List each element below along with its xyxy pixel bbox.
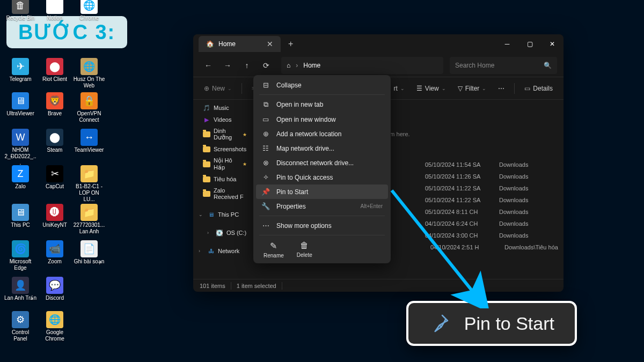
context-item[interactable]: 🔧PropertiesAlt+Enter — [256, 199, 388, 213]
desktop-icon[interactable]: 📄Ghi bài soạn — [73, 240, 105, 265]
plus-icon: ⊕ — [204, 85, 209, 92]
search-placeholder: Search Home — [455, 62, 494, 69]
sidebar-item[interactable]: Dinh Dưỡng★ — [193, 125, 252, 143]
desktop-icon[interactable]: 🗑Recycle Bin — [4, 0, 36, 21]
desktop-icon[interactable]: 🌐Husz On The Web — [73, 58, 105, 89]
maximize-button[interactable]: ▢ — [518, 34, 541, 54]
search-input[interactable]: Search Home 🔍 — [450, 57, 557, 74]
desktop-icon[interactable]: 📁227720301... Lan Anh — [73, 204, 105, 235]
sidebar-item[interactable]: Tiêu hóa — [193, 173, 252, 185]
filter-icon: ▽ — [458, 85, 463, 92]
filter-button[interactable]: ▽Filter⌄ — [453, 83, 491, 94]
desktop-icon[interactable]: 🅤UniKeyNT — [39, 204, 71, 228]
context-action[interactable]: ✎Rename — [264, 241, 284, 258]
desktop-icon[interactable]: ↔TeamViewer — [73, 129, 105, 153]
desktop-icon[interactable]: ✂CapCut — [39, 165, 71, 190]
context-item[interactable]: ⊟Collapse — [256, 78, 388, 92]
forward-button[interactable]: → — [219, 57, 236, 74]
desktop-icon[interactable]: ⚙Control Panel — [4, 311, 36, 342]
desktop-icon[interactable]: 🔒OpenVPN Connect — [73, 92, 105, 123]
sidebar-item[interactable]: Zalo Received F — [193, 185, 252, 202]
sort-button[interactable]: rt⌄ — [390, 83, 409, 94]
desktop-icon[interactable]: 📁B1-B2-C1 - LOP ON LU... — [73, 165, 105, 203]
nav-bar: ← → ↑ ⟳ ⌂ › Home Search Home 🔍 — [193, 54, 564, 77]
sidebar-item[interactable]: ▶Videos — [193, 114, 252, 125]
home-icon: 🏠 — [206, 40, 214, 48]
context-item[interactable]: ⊗Disconnect network drive... — [256, 156, 388, 170]
tree-item[interactable]: ›🖧Network — [193, 245, 252, 257]
sidebar: 🎵Music▶VideosDinh Dưỡng★ScreenshotsNội H… — [193, 100, 252, 279]
details-icon: ▭ — [524, 85, 530, 92]
desktop-icon[interactable]: 🌐Google Chrome — [39, 311, 71, 342]
desktop-icon[interactable]: 🌐Chrome — [73, 0, 105, 21]
details-button[interactable]: ▭Details — [520, 83, 557, 94]
desktop-icon[interactable]: ZZalo — [4, 165, 36, 190]
status-selected: 1 item selected — [237, 283, 276, 289]
close-tab-icon[interactable]: ✕ — [267, 40, 273, 48]
context-item[interactable]: 📌Pin to Start — [256, 184, 388, 199]
desktop-icon[interactable]: 👤Lan Anh Trần — [4, 277, 36, 301]
title-bar: 🏠 Home ✕ + ─ ▢ ✕ — [193, 34, 564, 54]
up-button[interactable]: ↑ — [238, 57, 255, 74]
status-count: 101 items — [200, 283, 225, 289]
home-nav-icon: ⌂ — [287, 62, 290, 69]
pin-icon — [429, 313, 450, 334]
desktop-icon[interactable]: 🖥UltraViewer — [4, 92, 36, 117]
new-button[interactable]: ⊕ New ⌄ — [200, 83, 236, 94]
context-action[interactable]: 🗑Delete — [297, 241, 312, 258]
new-tab-button[interactable]: + — [288, 39, 293, 49]
context-item[interactable]: ⊕Add a network location — [256, 127, 388, 141]
minimize-button[interactable]: ─ — [496, 34, 518, 54]
desktop-icon[interactable]: ⬤Steam — [39, 129, 71, 153]
callout-pin-to-start: Pin to Start — [406, 301, 577, 346]
back-button[interactable]: ← — [200, 57, 217, 74]
chevron-right-icon: › — [296, 62, 298, 69]
tab-title: Home — [218, 40, 236, 48]
desktop: 🗑Recycle BinNNotion🌐Chrome✈Telegram⬤Riot… — [0, 0, 193, 354]
search-icon: 🔍 — [544, 62, 552, 69]
address-bar[interactable]: ⌂ › Home — [281, 57, 443, 74]
context-item[interactable]: ✧Pin to Quick access — [256, 170, 388, 184]
sidebar-item[interactable]: 🎵Music — [193, 102, 252, 114]
desktop-icon[interactable]: ✈Telegram — [4, 58, 36, 83]
context-item[interactable]: ☷Map network drive... — [256, 141, 388, 156]
tree-item[interactable]: ›💽OS (C:) — [193, 227, 252, 239]
sidebar-item[interactable]: Screenshots — [193, 143, 252, 155]
desktop-icon[interactable]: 🦁Brave — [39, 92, 71, 117]
desktop-icon[interactable]: 🌀Microsoft Edge — [4, 240, 36, 271]
desktop-icon[interactable]: NNotion — [39, 0, 71, 21]
tree-item[interactable]: ⌄🖥This PC — [193, 209, 252, 220]
tab-home[interactable]: 🏠 Home ✕ — [199, 36, 281, 52]
context-item[interactable]: ▭Open in new window — [256, 112, 388, 127]
close-button[interactable]: ✕ — [541, 34, 564, 54]
view-icon: ☰ — [416, 85, 422, 92]
context-item[interactable]: ⧉Open in new tab — [256, 97, 388, 112]
desktop-icon[interactable]: WNHÓM 2_ĐD2022_... — [4, 129, 36, 166]
status-bar: 101 items 1 item selected — [193, 279, 564, 292]
callout-text: Pin to Start — [464, 313, 554, 334]
context-menu: ⊟Collapse⧉Open in new tab▭Open in new wi… — [253, 75, 391, 263]
refresh-button[interactable]: ⟳ — [258, 57, 275, 74]
window-controls: ─ ▢ ✕ — [496, 34, 564, 54]
sidebar-item[interactable]: Nội Hô Hấp★ — [193, 155, 252, 173]
desktop-icon[interactable]: ⬤Riot Client — [39, 58, 71, 83]
view-button[interactable]: ☰View⌄ — [412, 83, 450, 94]
more-button[interactable]: ⋯ — [494, 83, 509, 94]
breadcrumb: Home — [303, 62, 320, 69]
desktop-icon[interactable]: 🖥This PC — [4, 204, 36, 228]
desktop-icon[interactable]: 📹Zoom — [39, 240, 71, 265]
context-item[interactable]: ⋯Show more options — [256, 218, 388, 233]
desktop-icon[interactable]: 💬Discord — [39, 277, 71, 301]
